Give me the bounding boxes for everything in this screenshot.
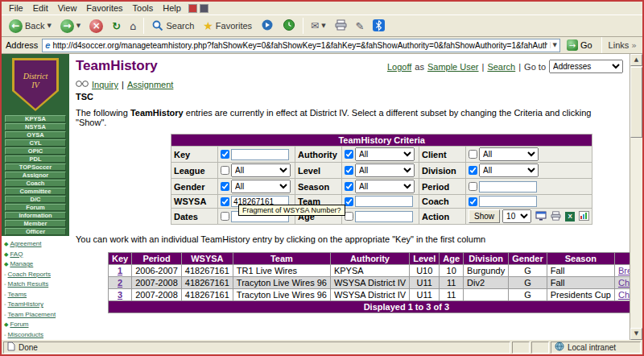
scrollbar-track[interactable] [630,66,642,328]
menu-help[interactable]: Help [158,2,186,14]
scroll-down-icon[interactable]: ▼ [630,328,642,340]
sidebar-link-teamhistory[interactable]: TeamHistory [8,300,43,308]
forward-dropdown-icon[interactable]: ▼ [76,23,80,29]
printer-icon[interactable] [551,211,561,222]
key-link[interactable]: 2 [118,278,122,288]
scrollbar-thumb[interactable] [630,67,642,138]
go-button[interactable]: → Go [564,39,595,52]
authority-select[interactable]: All [355,147,415,161]
user-link[interactable]: Sample User [427,62,479,72]
show-button[interactable]: Show [469,209,500,223]
home-button[interactable]: ⌂ [126,19,140,34]
sidebar-item-committee[interactable]: Committee [5,188,66,195]
assignment-link[interactable]: Assignment [127,80,173,89]
sidebar-item-cyl[interactable]: CYL [5,139,66,147]
menu-edit[interactable]: Edit [28,2,53,14]
address-input[interactable]: e http://d4soccer.org/manageteamhistory.… [42,39,560,52]
back-dropdown-icon[interactable]: ▼ [47,23,51,29]
gender-select[interactable]: All [231,180,291,193]
client-select[interactable]: All [479,147,539,161]
sidebar-item-kpysa[interactable]: KPYSA [5,115,66,122]
authority-checkbox[interactable] [345,150,353,159]
links-toolbar[interactable]: Links » [609,40,638,51]
mail-dropdown-icon[interactable]: ▼ [321,23,325,29]
addon-icon[interactable] [188,4,197,13]
back-button[interactable]: ← Back ▼ [5,17,56,35]
sidebar-item-information[interactable]: Information [5,212,66,219]
sidebar-link-agreement[interactable]: Agreement [10,240,41,247]
league-select[interactable]: All [231,164,291,177]
age-checkbox[interactable] [345,212,353,221]
period-input[interactable] [479,181,537,192]
sidebar-item-nsysa[interactable]: NSYSA [5,123,66,130]
sidebar-item-oysa[interactable]: OYSA [5,131,66,139]
sidebar-item-opic[interactable]: OPIC [5,147,66,155]
bluetooth-button[interactable] [369,17,389,35]
scroll-up-icon[interactable]: ▲ [630,54,642,66]
wsysa-checkbox[interactable] [221,197,229,206]
sidebar-item-forum[interactable]: Forum [5,204,66,211]
media-button[interactable] [257,16,278,35]
team-input[interactable] [355,196,413,207]
screen-icon[interactable] [535,211,547,222]
mail-button[interactable]: ✉ ▼ [307,19,329,34]
sidebar-link-manage[interactable]: Manage [10,260,33,267]
sidebar-item-pdl[interactable]: PDL [5,155,66,163]
coach-link[interactable]: Charles E Radford III [618,290,630,300]
sidebar-item-assignor[interactable]: Assignor [5,172,66,179]
favorites-button[interactable]: ★ Favorites [199,19,256,34]
division-select[interactable]: All [479,164,539,177]
coach-input[interactable] [479,196,537,207]
edit-button[interactable]: ✎ [352,19,369,34]
key-link[interactable]: 1 [118,266,122,275]
client-checkbox[interactable] [469,150,477,159]
menu-view[interactable]: View [53,2,82,14]
season-select[interactable]: All [355,180,415,193]
address-dropdown-icon[interactable]: ▼ [550,42,557,48]
sidebar-link-team-placement[interactable]: Team Placement [8,311,56,318]
key-link[interactable]: 3 [118,290,122,300]
chart-icon[interactable] [579,211,589,222]
forward-button[interactable]: → ▼ [56,17,85,35]
team-checkbox[interactable] [345,197,353,206]
stop-button[interactable]: × [85,17,107,35]
sidebar-link-faq[interactable]: FAQ [10,250,23,258]
sidebar-item-officer[interactable]: Officer [5,228,66,235]
dates-checkbox[interactable] [221,212,229,221]
search-button[interactable]: Search [147,17,198,35]
sidebar-item-topsoccer[interactable]: TOPSoccer [5,164,66,171]
level-select[interactable]: All [355,164,415,177]
period-checkbox[interactable] [469,182,477,191]
sidebar-item-dc[interactable]: D/C [5,196,66,203]
sidebar-link-coach-reports[interactable]: Coach Reports [8,271,51,278]
refresh-button[interactable]: ↻ [108,19,125,34]
coach-checkbox[interactable] [469,197,477,206]
gender-checkbox[interactable] [221,182,229,191]
division-checkbox[interactable] [469,166,477,175]
sidebar-item-member[interactable]: Member [5,220,66,227]
sidebar-link-forum[interactable]: Forum [10,321,28,328]
excel-export-icon[interactable]: X [565,212,575,221]
menu-favorites[interactable]: Favorites [81,2,127,14]
vertical-scrollbar[interactable]: ▲ ▼ [630,54,642,340]
search-link[interactable]: Search [487,62,515,72]
logoff-link[interactable]: Logoff [387,62,411,72]
sidebar-item-coach[interactable]: Coach [5,180,66,187]
print-button[interactable] [331,17,351,35]
sidebar-link-teams[interactable]: Teams [8,291,27,298]
key-input[interactable] [231,149,289,160]
sidebar-link-match-results[interactable]: Match Results [8,280,49,288]
coach-link[interactable]: Charles E Radford III [618,278,630,288]
season-checkbox[interactable] [345,182,353,191]
inquiry-link[interactable]: Inquiry [92,80,118,89]
league-checkbox[interactable] [221,166,229,175]
history-button[interactable] [279,16,299,35]
level-checkbox[interactable] [345,166,353,175]
key-checkbox[interactable] [221,150,229,159]
goto-select[interactable]: Addresses [549,60,623,73]
addon-icon-2[interactable] [200,4,208,13]
menu-file[interactable]: File [4,2,28,14]
coach-link[interactable]: Brenda Tyner [618,266,630,275]
sidebar-link-misconducts[interactable]: Misconducts [8,331,43,338]
age-input[interactable] [355,211,413,222]
